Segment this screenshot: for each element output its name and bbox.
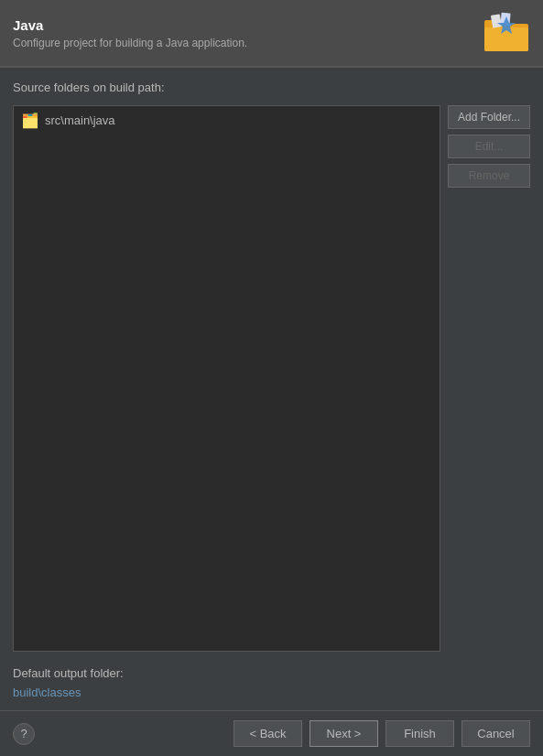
output-label: Default output folder: bbox=[13, 666, 530, 680]
folder-item-icon: 🗂️ bbox=[21, 112, 39, 129]
dialog-footer: ? < Back Next > Finish Cancel bbox=[0, 710, 543, 756]
folder-action-buttons: Add Folder... Edit... Remove bbox=[448, 105, 530, 652]
output-value: build\classes bbox=[13, 684, 530, 701]
footer-right: < Back Next > Finish Cancel bbox=[233, 720, 530, 747]
remove-button[interactable]: Remove bbox=[448, 164, 530, 188]
java-folder-icon bbox=[483, 9, 530, 57]
source-folders-row: 🗂️ src\main\java Add Folder... Edit... R… bbox=[13, 105, 530, 652]
folder-list[interactable]: 🗂️ src\main\java bbox=[13, 105, 440, 652]
folder-item-name: src\main\java bbox=[45, 113, 115, 127]
back-button[interactable]: < Back bbox=[233, 720, 302, 747]
dialog-content: Source folders on build path: 🗂️ src\mai… bbox=[0, 68, 543, 710]
help-button[interactable]: ? bbox=[13, 723, 35, 745]
header-text: Java Configure project for building a Ja… bbox=[13, 17, 247, 49]
source-section-label: Source folders on build path: bbox=[13, 81, 530, 94]
dialog-subtitle: Configure project for building a Java ap… bbox=[13, 37, 247, 49]
dialog-header: Java Configure project for building a Ja… bbox=[0, 0, 543, 67]
next-button[interactable]: Next > bbox=[310, 720, 378, 747]
cancel-button[interactable]: Cancel bbox=[462, 720, 530, 747]
edit-button[interactable]: Edit... bbox=[448, 135, 530, 158]
svg-rect-1 bbox=[484, 27, 528, 51]
list-item: 🗂️ src\main\java bbox=[19, 110, 434, 131]
dialog-title: Java bbox=[13, 17, 247, 33]
footer-left: ? bbox=[13, 723, 35, 745]
finish-button[interactable]: Finish bbox=[386, 720, 454, 747]
add-folder-button[interactable]: Add Folder... bbox=[448, 105, 530, 129]
dialog-container: Java Configure project for building a Ja… bbox=[0, 0, 543, 756]
output-section: Default output folder: build\classes bbox=[13, 666, 530, 701]
